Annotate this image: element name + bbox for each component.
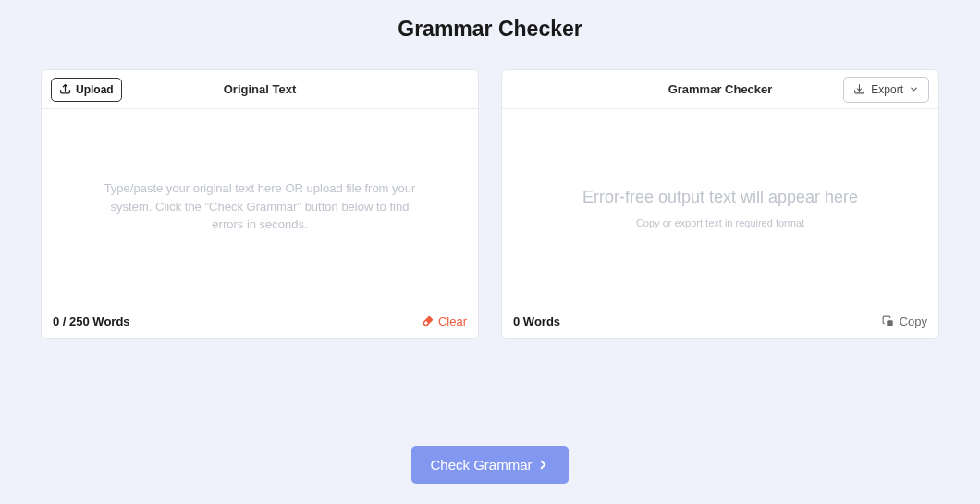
input-placeholder: Type/paste your original text here OR up…: [97, 179, 423, 234]
check-grammar-button[interactable]: Check Grammar: [411, 446, 568, 484]
copy-button-label: Copy: [900, 314, 927, 328]
export-button[interactable]: Export: [843, 77, 929, 103]
output-panel-title: Grammar Checker: [668, 82, 773, 96]
input-panel-title: Original Text: [224, 82, 297, 96]
upload-button-label: Upload: [76, 83, 114, 96]
panels-container: Upload Original Text Type/paste your ori…: [0, 69, 980, 339]
download-icon: [853, 83, 865, 95]
eraser-icon: [421, 314, 435, 328]
clear-button-label: Clear: [438, 314, 467, 328]
output-panel-footer: 0 Words Copy: [502, 304, 938, 338]
svg-rect-2: [887, 320, 892, 326]
upload-button[interactable]: Upload: [51, 78, 122, 102]
output-word-count: 0 Words: [513, 314, 560, 328]
clear-button[interactable]: Clear: [421, 314, 467, 328]
output-panel: Grammar Checker Export Error-f: [501, 69, 939, 339]
output-text-area: Error-free output text will appear here …: [502, 109, 938, 304]
chevron-right-icon: [536, 458, 550, 472]
chevron-down-icon: [909, 84, 919, 94]
upload-icon: [59, 83, 71, 95]
input-panel-footer: 0 / 250 Words Clear: [42, 304, 478, 338]
copy-icon: [882, 315, 895, 328]
action-bar: Check Grammar: [0, 446, 980, 484]
output-panel-header: Grammar Checker Export: [502, 70, 938, 109]
copy-button[interactable]: Copy: [882, 314, 927, 328]
page-title: Grammar Checker: [0, 0, 980, 69]
output-placeholder-title: Error-free output text will appear here: [582, 185, 858, 209]
input-panel: Upload Original Text Type/paste your ori…: [41, 69, 479, 339]
input-panel-header: Upload Original Text: [42, 70, 478, 109]
export-button-label: Export: [871, 83, 903, 96]
input-text-area[interactable]: Type/paste your original text here OR up…: [42, 109, 478, 304]
output-placeholder-subtitle: Copy or export text in required format: [636, 217, 804, 228]
check-grammar-button-label: Check Grammar: [430, 457, 532, 473]
input-word-count: 0 / 250 Words: [53, 314, 130, 328]
